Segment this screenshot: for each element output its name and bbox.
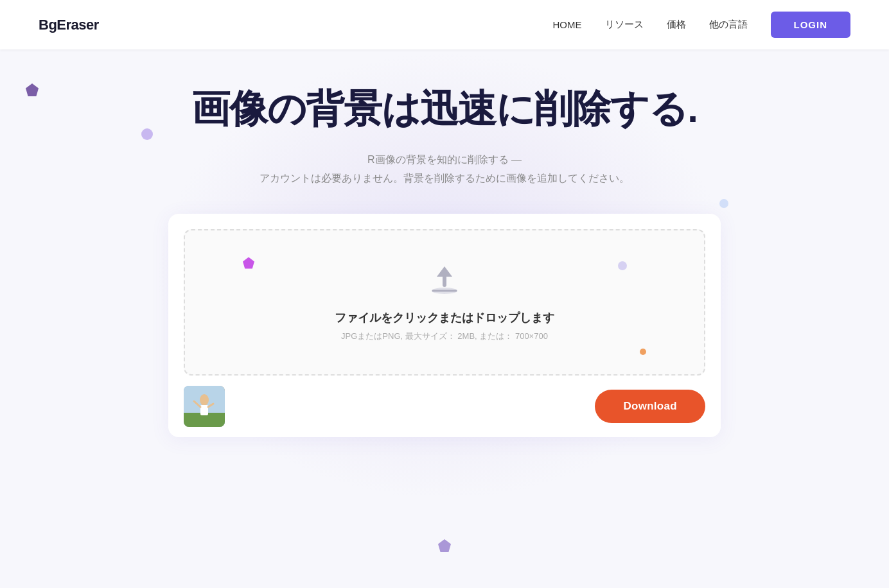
decor-pentagon-bottom: [438, 539, 451, 552]
hero-subtitle: R画像の背景を知的に削除する — アカウントは必要ありません。背景を削除するため…: [260, 151, 629, 188]
nav-home[interactable]: HOME: [553, 19, 582, 30]
decor-circle-right: [719, 199, 728, 208]
upload-decor-circle: [618, 261, 627, 270]
thumbnail-image: [184, 386, 225, 427]
hero-subtitle-line1: R画像の背景を知的に削除する —: [260, 151, 629, 169]
nav-pricing[interactable]: 価格: [667, 19, 686, 31]
upload-icon-group: [427, 263, 462, 298]
result-bar: Download: [168, 376, 721, 437]
upload-hint: JPGまたはPNG, 最大サイズ： 2MB, または： 700×700: [341, 331, 548, 342]
svg-rect-7: [200, 405, 208, 415]
hero-title: 画像の背景は迅速に削除する.: [191, 88, 698, 130]
thumbnail: [184, 386, 225, 427]
upload-area[interactable]: ファイルをクリックまたはドロップします JPGまたはPNG, 最大サイズ： 2M…: [184, 229, 705, 376]
nav-language[interactable]: 他の言語: [709, 19, 748, 31]
main-content: 画像の背景は迅速に削除する. R画像の背景を知的に削除する — アカウントは必要…: [0, 49, 889, 437]
login-button[interactable]: LOGIN: [771, 12, 851, 38]
upload-decor-dot: [640, 349, 646, 355]
download-button[interactable]: Download: [595, 390, 705, 423]
upload-label: ファイルをクリックまたはドロップします: [335, 310, 554, 325]
upload-card: ファイルをクリックまたはドロップします JPGまたはPNG, 最大サイズ： 2M…: [168, 214, 721, 437]
navbar: BgEraser HOME リソース 価格 他の言語 LOGIN: [0, 0, 889, 49]
decor-pentagon-top-left: [26, 83, 39, 96]
nav-resources[interactable]: リソース: [605, 19, 644, 31]
logo: BgEraser: [39, 17, 99, 33]
hero-subtitle-line2: アカウントは必要ありません。背景を削除するために画像を追加してください。: [260, 169, 629, 188]
svg-marker-2: [437, 266, 452, 277]
nav-links: HOME リソース 価格 他の言語 LOGIN: [553, 12, 851, 38]
upload-arrow-icon: [427, 263, 462, 298]
upload-decor-pentagon: [243, 257, 254, 269]
svg-point-6: [200, 394, 209, 406]
